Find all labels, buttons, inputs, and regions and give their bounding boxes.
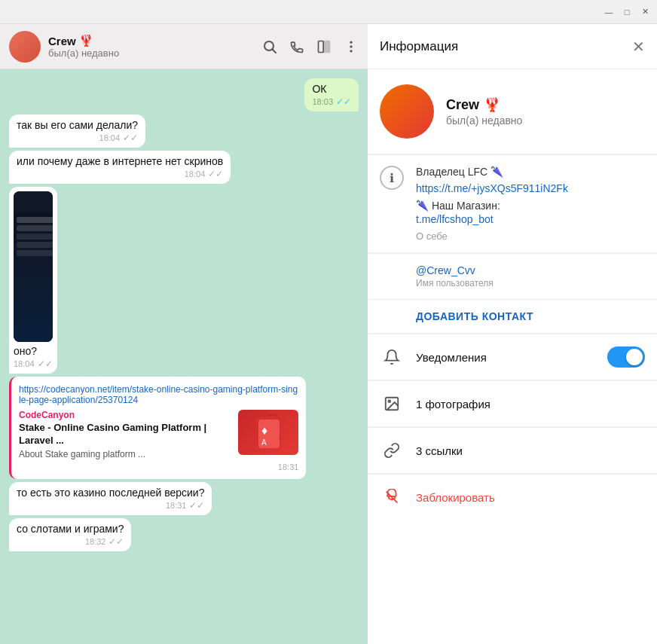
read-checkmark-5: ✓✓ — [189, 500, 204, 511]
message-to-est: то есть это казино последней версии? 18:… — [9, 482, 212, 515]
about-label: О себе — [416, 230, 645, 242]
svg-rect-3 — [325, 41, 330, 52]
info-panel-title: Информация — [380, 39, 625, 54]
message-image: Stake STAKE 3 ONLINE CASINO — [9, 187, 57, 374]
info-header: Информация ✕ — [368, 24, 657, 69]
info-panel: Информация ✕ Crew 🦞 был(а) недавно ℹ Вла… — [368, 24, 657, 644]
info-circle-icon: ℹ — [380, 166, 404, 190]
profile-status: был(а) недавно — [446, 114, 522, 127]
add-contact-button[interactable]: ДОБАВИТЬ КОНТАКТ — [368, 300, 657, 334]
svg-text:A: A — [261, 438, 267, 447]
links-label: 3 ссылки — [416, 444, 645, 457]
chat-name-emoji: 🦞 — [79, 34, 93, 47]
profile-emoji: 🦞 — [484, 96, 500, 113]
profile-info: Crew 🦞 был(а) недавно — [446, 96, 522, 127]
minimize-button[interactable]: — — [603, 6, 615, 18]
links-row[interactable]: 3 ссылки — [368, 428, 657, 474]
chat-header-actions — [262, 39, 359, 54]
call-icon[interactable] — [289, 39, 304, 54]
username-value[interactable]: @Crew_Cvv — [416, 264, 645, 276]
username-label: Имя пользователя — [416, 278, 645, 288]
username-row: @Crew_Cvv Имя пользователя — [368, 254, 657, 300]
links-icon — [380, 438, 404, 462]
messages-area: ОК 18:03 ✓✓ так вы его сами делали? 18:0… — [0, 69, 368, 644]
notifications-row: Уведомления — [368, 334, 657, 380]
link-desc: About Stake gaming platform ... — [19, 449, 231, 459]
chat-header: Crew 🦞 был(а) недавно — [0, 24, 368, 69]
profile-name: Crew 🦞 — [446, 96, 522, 113]
block-row[interactable]: Заблокировать — [368, 475, 657, 520]
notifications-label: Уведомления — [416, 351, 595, 364]
svg-rect-2 — [319, 41, 324, 52]
svg-line-1 — [273, 49, 277, 53]
chat-status: был(а) недавно — [48, 47, 255, 59]
message-ok: ОК 18:03 ✓✓ — [304, 78, 359, 111]
message-link-preview[interactable]: https://codecanyon.net/item/stake-online… — [9, 377, 306, 479]
search-icon[interactable] — [262, 39, 277, 54]
svg-point-5 — [350, 45, 352, 47]
shop-label: 🌂 Наш Магазин: — [416, 200, 645, 212]
notifications-icon — [380, 345, 404, 369]
link-url: https://codecanyon.net/item/stake-online… — [19, 384, 298, 405]
link-thumbnail: ♦ A — [238, 410, 298, 455]
profile-link-2[interactable]: t.me/lfcshop_bot — [416, 212, 645, 227]
chat-name: Crew 🦞 — [48, 34, 255, 47]
app-container: Crew 🦞 был(а) недавно — [0, 24, 657, 644]
block-icon — [380, 485, 404, 509]
link-meta: 18:31 — [19, 462, 298, 472]
profile-avatar — [380, 84, 434, 139]
notifications-toggle[interactable] — [607, 346, 645, 368]
profile-section: Crew 🦞 был(а) недавно — [368, 69, 657, 154]
read-checkmark-4: ✓✓ — [38, 359, 53, 369]
info-close-button[interactable]: ✕ — [632, 38, 645, 56]
read-checkmark-2: ✓✓ — [123, 133, 138, 143]
toggle-knob — [626, 349, 643, 365]
message-so-slotami: со слотами и играми? 18:32 ✓✓ — [9, 518, 131, 551]
svg-point-13 — [388, 400, 390, 402]
photos-label: 1 фотография — [416, 398, 645, 411]
chat-screenshot: Stake STAKE 3 ONLINE CASINO — [14, 191, 53, 342]
read-checkmark: ✓✓ — [336, 96, 351, 107]
window-close-button[interactable]: ✕ — [639, 6, 651, 18]
owner-label: Владелец LFC 🌂 — [416, 166, 645, 178]
read-checkmark-6: ✓✓ — [108, 536, 124, 547]
chat-panel: Crew 🦞 был(а) недавно — [0, 24, 368, 644]
about-content: Владелец LFC 🌂 https://t.me/+jysXQs5F911… — [416, 166, 645, 242]
profile-link-1[interactable]: https://t.me/+jysXQs5F911iN2Fk — [416, 181, 645, 197]
photos-icon — [380, 392, 404, 416]
svg-point-4 — [350, 41, 352, 43]
photos-row[interactable]: 1 фотография — [368, 381, 657, 427]
message-ili-pochemu: или почему даже в интернете нет скринов … — [9, 151, 231, 184]
chat-avatar — [9, 31, 41, 63]
svg-point-6 — [350, 50, 352, 52]
info-about-row: ℹ Владелец LFC 🌂 https://t.me/+jysXQs5F9… — [368, 155, 657, 253]
link-content: CodeCanyon Stake - Online Casino Gaming … — [19, 410, 298, 459]
link-source: CodeCanyon — [19, 410, 231, 420]
username-content: @Crew_Cvv Имя пользователя — [416, 264, 645, 288]
link-title: Stake - Online Casino Gaming Platform | … — [19, 422, 231, 447]
svg-text:♦: ♦ — [261, 424, 267, 437]
block-label: Заблокировать — [416, 491, 495, 504]
message-tak-vy: так вы его сами делали? 18:04 ✓✓ — [9, 114, 145, 148]
view-toggle-icon[interactable] — [316, 39, 332, 54]
maximize-button[interactable]: □ — [621, 6, 633, 18]
chat-header-info: Crew 🦞 был(а) недавно — [48, 34, 255, 59]
read-checkmark-3: ✓✓ — [208, 169, 223, 179]
link-text: CodeCanyon Stake - Online Casino Gaming … — [19, 410, 231, 459]
more-options-icon[interactable] — [344, 39, 359, 54]
titlebar: — □ ✕ — [0, 0, 657, 24]
